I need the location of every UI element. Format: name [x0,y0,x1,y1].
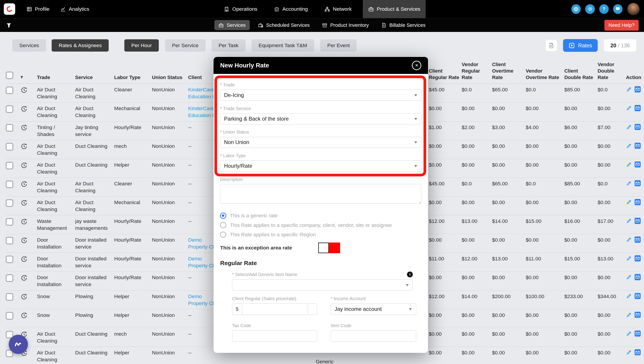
rate-history-icon[interactable] [21,256,28,262]
rate-history-icon[interactable] [21,181,28,188]
rate-history-icon[interactable] [21,87,28,94]
nav-item-operations[interactable]: Operations [218,0,263,18]
envelope-icon[interactable] [634,124,641,130]
envelope-icon[interactable] [634,255,641,262]
radio-specific-region-rate[interactable]: This Rate applies to a specific Region [220,230,421,239]
add-rates-button[interactable]: Rates [563,39,598,52]
row-checkbox[interactable] [6,237,13,244]
tax-code-input[interactable] [232,330,317,342]
envelope-icon[interactable] [634,162,641,168]
row-checkbox[interactable] [6,200,13,207]
rate-history-icon[interactable] [21,293,28,300]
labor-type-select[interactable]: Hourly/Rate ▼ [220,160,421,172]
chat-fab-button[interactable] [9,335,28,354]
rate-history-icon[interactable] [21,106,28,112]
support-icon[interactable] [571,4,581,14]
radio-generic-rate[interactable]: This is a generic rate [220,211,421,220]
row-checkbox[interactable] [6,87,13,94]
filter-icon[interactable] [6,22,12,28]
subnav-item-product-inventory[interactable]: Product Inventory [318,20,373,30]
row-checkbox[interactable] [6,218,13,226]
edit-pencil-icon[interactable] [626,199,632,205]
rate-history-icon[interactable] [21,274,28,281]
edit-pencil-icon[interactable] [626,330,632,337]
subnav-item-services[interactable]: Services [214,20,250,30]
export-file-icon[interactable] [545,40,557,51]
radio-specific-entity-rate[interactable]: This Rate applies to a specific company,… [220,220,421,230]
edit-pencil-icon[interactable] [626,143,632,149]
subnav-item-scheduled-services[interactable]: Scheduled Services [254,20,314,30]
rate-history-icon[interactable] [21,200,28,206]
gear-icon[interactable] [585,4,595,14]
services-view-button[interactable]: Services [12,39,46,52]
row-checkbox[interactable] [6,124,13,132]
edit-pencil-icon[interactable] [626,293,632,299]
envelope-icon[interactable] [634,199,641,205]
item-code-input[interactable] [331,330,416,342]
edit-pencil-icon[interactable] [626,162,632,168]
trade-service-select[interactable]: Parking & Back of the store ▼ [220,113,421,124]
envelope-icon[interactable] [634,105,641,111]
nav-item-accounting[interactable]: Accounting [269,0,313,18]
nav-item-profile[interactable]: Profile [21,0,55,18]
union-status-select[interactable]: Non Union ▼ [220,137,421,148]
tab-equipment-task-tm[interactable]: Equipment Task T&M [252,39,314,52]
select-all-checkbox[interactable] [6,72,13,79]
rate-history-icon[interactable] [21,237,28,244]
rates-assignees-view-button[interactable]: Rates & Assignees [52,39,109,52]
rate-history-icon[interactable] [21,124,28,131]
exception-area-toggle[interactable] [318,242,340,253]
user-avatar[interactable] [627,3,639,15]
rate-history-icon[interactable] [21,312,28,319]
rate-history-icon[interactable] [21,162,28,169]
row-checkbox[interactable] [6,312,13,319]
description-textarea[interactable] [220,184,421,204]
row-checkbox[interactable] [6,181,13,188]
close-icon[interactable]: ✕ [412,61,421,70]
row-checkbox[interactable] [6,143,13,150]
envelope-icon[interactable] [634,349,641,356]
envelope-icon[interactable] [634,312,641,318]
pagination[interactable]: 20 / 136 [603,39,637,52]
envelope-icon[interactable] [634,143,641,149]
chevron-down-icon[interactable]: ▾ [21,73,37,80]
nav-item-analytics[interactable]: Analytics [55,0,95,18]
nav-item-network[interactable]: Network [319,0,357,18]
trade-select[interactable]: De-Icing ▼ [220,90,421,101]
edit-pencil-icon[interactable] [626,349,632,356]
edit-pencil-icon[interactable] [626,218,632,224]
envelope-icon[interactable] [634,293,641,299]
edit-pencil-icon[interactable] [626,105,632,111]
row-checkbox[interactable] [6,106,13,113]
income-account-select[interactable]: Jay income account ▼ [331,304,416,315]
rate-history-icon[interactable] [21,143,28,150]
tab-per-hour[interactable]: Per Hour [124,39,159,52]
edit-pencil-icon[interactable] [626,124,632,130]
app-logo[interactable] [4,3,15,15]
edit-pencil-icon[interactable] [626,180,632,186]
envelope-icon[interactable] [634,236,641,243]
edit-pencil-icon[interactable] [626,274,632,280]
tab-per-service[interactable]: Per Service [165,39,205,52]
envelope-icon[interactable] [634,218,641,224]
row-checkbox[interactable] [6,162,13,169]
tab-per-task[interactable]: Per Task [211,39,245,52]
rate-history-icon[interactable] [21,218,28,225]
nav-item-product-services[interactable]: Product & Services [363,0,425,18]
row-checkbox[interactable] [6,256,13,263]
edit-pencil-icon[interactable] [626,86,632,92]
edit-pencil-icon[interactable] [626,255,632,262]
info-icon[interactable]: i [407,272,413,277]
row-checkbox[interactable] [6,274,13,282]
need-help-button[interactable]: Need Help? [604,20,639,30]
help-question-icon[interactable]: ? [599,4,609,14]
chat-icon[interactable] [613,4,622,14]
tab-per-event[interactable]: Per Event [320,39,357,52]
client-regular-input[interactable] [242,304,308,315]
envelope-icon[interactable] [634,180,641,186]
envelope-icon[interactable] [634,86,641,92]
generic-item-name-select[interactable]: ▼ [232,279,413,290]
edit-pencil-icon[interactable] [626,312,632,318]
envelope-icon[interactable] [634,274,641,280]
edit-pencil-icon[interactable] [626,236,632,243]
